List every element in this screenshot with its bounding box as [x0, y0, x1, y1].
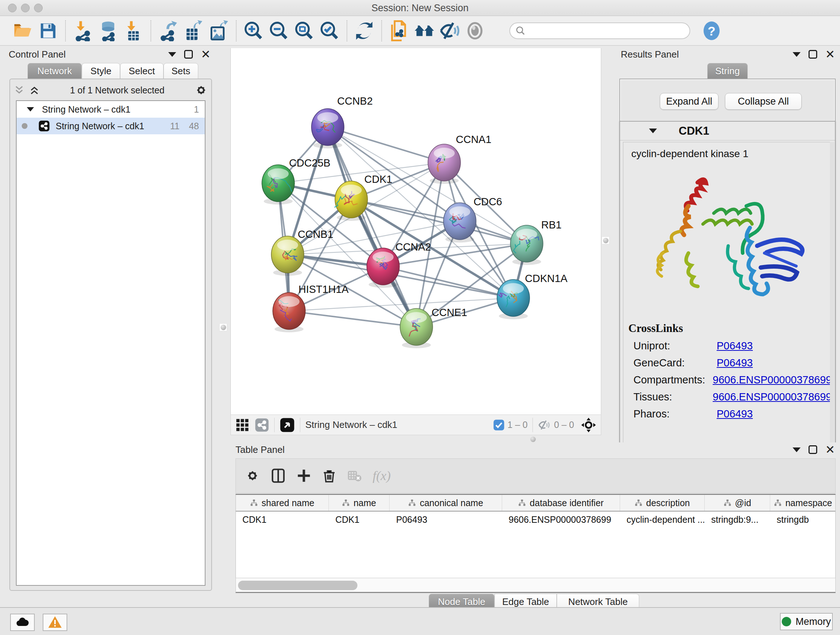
tab-sets[interactable]: Sets — [164, 63, 198, 79]
cdk1-collapse-icon[interactable] — [649, 128, 657, 133]
tab-string[interactable]: String — [707, 63, 748, 79]
gear-icon[interactable] — [195, 84, 208, 97]
table-panel-float-icon[interactable] — [808, 445, 817, 454]
network-view[interactable]: CCNB2CCNA1CDC25BCDK1CDC6RB1CCNB1CCNA2CDK… — [231, 48, 601, 415]
crosslink-link[interactable]: P06493 — [717, 340, 753, 352]
collapse-all-icon[interactable] — [14, 85, 25, 96]
network-edge-CCNB2-CCNA1[interactable] — [328, 127, 444, 163]
collection-count: 1 — [194, 104, 199, 115]
zoom-selected-icon[interactable] — [317, 19, 342, 43]
crosslinks-title: CrossLinks — [628, 322, 832, 335]
table-row[interactable]: CDK1CDK1P064939606.ENSP00000378699cyclin… — [236, 511, 835, 527]
zoom-in-icon[interactable] — [241, 19, 266, 43]
network-node-CDC25B[interactable] — [262, 165, 294, 204]
control-panel-float-icon[interactable] — [184, 50, 193, 59]
show-all-eye-icon[interactable] — [462, 19, 488, 43]
warning-button[interactable] — [43, 614, 67, 631]
table-cell[interactable]: stringdb:9... — [705, 511, 770, 527]
table-cell[interactable]: CDK1 — [236, 511, 329, 527]
save-session-icon[interactable] — [35, 19, 61, 43]
export-image-icon[interactable] — [206, 19, 232, 43]
bottom-splitter-handle[interactable] — [531, 437, 536, 442]
help-icon[interactable]: ? — [699, 19, 724, 43]
birds-eye-view-icon[interactable] — [279, 417, 295, 432]
network-node-CCNA1[interactable] — [428, 144, 461, 184]
column-header-description[interactable]: description — [620, 495, 705, 511]
crosslink-row: Pharos:P06493 — [633, 408, 832, 420]
grid-view-icon[interactable] — [235, 418, 249, 432]
network-collection-label: String Network – cdk1 — [42, 104, 131, 115]
table-cell[interactable]: P06493 — [390, 511, 502, 527]
table-gear-icon[interactable] — [245, 469, 260, 483]
export-network-icon[interactable] — [156, 19, 181, 43]
network-share-view-icon[interactable] — [255, 418, 269, 432]
network-node-CCNE1[interactable] — [400, 309, 433, 348]
tab-select[interactable]: Select — [120, 63, 164, 79]
network-node-CCNB2[interactable] — [311, 109, 344, 149]
column-header-database-identifier[interactable]: database identifier — [502, 495, 620, 511]
table-cell[interactable]: 9606.ENSP00000378699 — [502, 511, 620, 527]
network-edge-CCNB2-CCNE1[interactable] — [328, 127, 416, 327]
network-node-CCNB1[interactable] — [271, 236, 304, 276]
tab-network[interactable]: Network — [27, 63, 82, 79]
network-collection-row[interactable]: String Network – cdk1 1 — [17, 101, 205, 118]
expand-all-icon[interactable] — [29, 85, 40, 96]
open-session-icon[interactable] — [10, 19, 35, 43]
import-database-icon[interactable] — [95, 19, 121, 43]
column-header--id[interactable]: @id — [705, 495, 770, 511]
hidden-nodes-edges-count: 0 – 0 — [554, 420, 574, 430]
export-table-icon[interactable] — [181, 19, 206, 43]
copy-network-icon[interactable] — [386, 19, 412, 43]
delete-column-icon[interactable] — [322, 469, 336, 483]
pan-crosshair-icon[interactable] — [581, 417, 597, 433]
results-panel-close-icon[interactable]: ✕ — [825, 50, 835, 59]
network-share-icon — [38, 120, 50, 132]
column-header-shared-name[interactable]: shared name — [236, 495, 329, 511]
table-cell[interactable]: CDK1 — [329, 511, 390, 527]
import-network-icon[interactable] — [70, 19, 95, 43]
node-label-CDC6: CDC6 — [474, 196, 502, 207]
control-panel-menu-icon[interactable] — [168, 52, 176, 57]
network-edge-HIST1H1A-CCNE1[interactable] — [289, 311, 416, 327]
column-header-name[interactable]: name — [329, 495, 390, 511]
crosslink-link[interactable]: 9606.ENSP00000378699 — [713, 391, 832, 403]
refresh-icon[interactable] — [352, 19, 377, 43]
network-row[interactable]: String Network – cdk1 11 48 — [17, 118, 205, 134]
tab-style[interactable]: Style — [82, 63, 120, 79]
table-panel-menu-icon[interactable] — [793, 448, 801, 452]
results-panel-menu-icon[interactable] — [793, 52, 801, 57]
memory-button[interactable]: Memory — [780, 613, 833, 630]
results-scrollbar[interactable] — [830, 142, 834, 470]
table-panel-close-icon[interactable]: ✕ — [825, 445, 835, 454]
table-cell[interactable]: stringdb — [770, 511, 836, 527]
network-node-HIST1H1A[interactable] — [273, 293, 305, 333]
network-node-CDKN1A[interactable] — [497, 279, 530, 319]
zoom-out-icon[interactable] — [266, 19, 292, 43]
results-panel-float-icon[interactable] — [808, 50, 817, 59]
crosslink-link[interactable]: P06493 — [717, 408, 753, 420]
tree-expand-icon[interactable] — [27, 107, 34, 111]
string-home-icon[interactable] — [412, 19, 437, 43]
cloud-button[interactable] — [10, 614, 35, 631]
import-table-icon[interactable] — [121, 19, 146, 43]
table-horizontal-scrollbar[interactable] — [235, 578, 836, 593]
control-panel-close-icon[interactable]: ✕ — [201, 50, 210, 59]
selected-checkbox-icon[interactable] — [493, 419, 505, 431]
crosslink-link[interactable]: P06493 — [717, 357, 753, 369]
search-input[interactable] — [509, 22, 690, 39]
hide-selected-eye-icon[interactable] — [437, 19, 462, 43]
left-splitter-handle[interactable] — [219, 323, 227, 331]
show-columns-icon[interactable] — [271, 468, 286, 483]
zoom-fit-icon[interactable] — [292, 19, 317, 43]
crosslink-link[interactable]: 9606.ENSP00000378699 — [713, 374, 832, 386]
table-cell[interactable]: cyclin-dependent ... — [620, 511, 705, 527]
network-node-RB1[interactable] — [510, 225, 543, 265]
search-icon — [515, 25, 526, 36]
column-header-namespace[interactable]: namespace — [770, 495, 836, 511]
collapse-all-button[interactable]: Collapse All — [725, 93, 802, 110]
add-column-icon[interactable] — [297, 469, 311, 483]
expand-all-button[interactable]: Expand All — [660, 93, 718, 110]
right-splitter-handle[interactable] — [602, 236, 609, 244]
scrollbar-thumb[interactable] — [238, 581, 357, 590]
column-header-canonical-name[interactable]: canonical name — [390, 495, 502, 511]
